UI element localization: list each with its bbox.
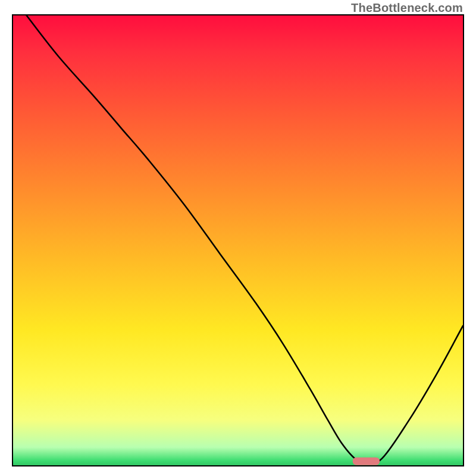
optimal-range-pill	[353, 458, 380, 465]
watermark-text: TheBottleneck.com	[351, 1, 463, 15]
bottleneck-curve	[27, 15, 463, 464]
chart-frame	[12, 14, 464, 466]
chart-overlay	[13, 15, 463, 465]
